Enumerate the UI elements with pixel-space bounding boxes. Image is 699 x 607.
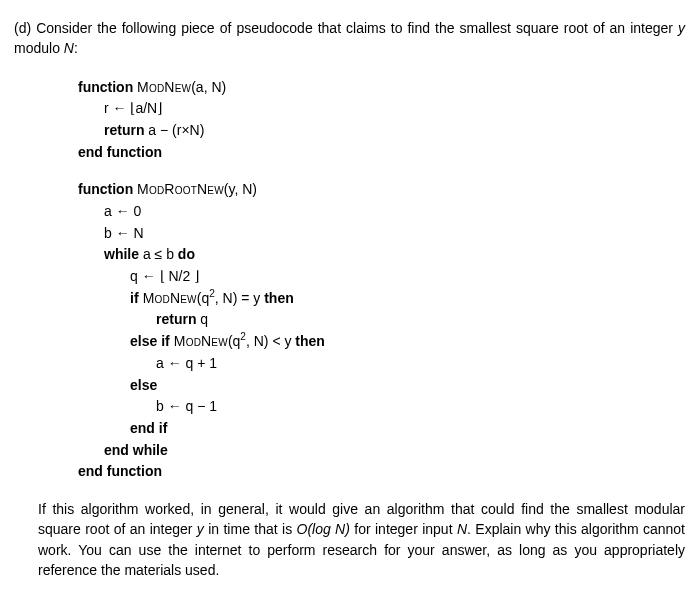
fn2-else: else: [78, 375, 685, 397]
fn2-if: if ModNew(q2, N) = y then: [78, 288, 685, 310]
var-N: N: [64, 40, 74, 56]
fn2-return-q: return q: [78, 309, 685, 331]
question-intro: (d) Consider the following piece of pseu…: [14, 18, 685, 59]
closing-N: N: [457, 521, 467, 537]
closing-p2: in time that is: [204, 521, 297, 537]
fn2-elseif: else if ModNew(q2, N) < y then: [78, 331, 685, 353]
closing-olog: O(log N): [297, 521, 350, 537]
fn2-endif: end if: [78, 418, 685, 440]
part-label: (d): [14, 20, 31, 36]
fn2-while: while a ≤ b do: [78, 244, 685, 266]
intro-text-pre: Consider the following piece of pseudoco…: [36, 20, 678, 36]
intro-text-end: :: [74, 40, 78, 56]
fn2-endwhile: end while: [78, 440, 685, 462]
closing-p3: for integer input: [350, 521, 457, 537]
fn2-line-q: q ← ⌊ N/2 ⌋: [78, 266, 685, 288]
closing-y: y: [197, 521, 204, 537]
fn2-line-aq1: a ← q + 1: [78, 353, 685, 375]
fn2-line-bq1: b ← q − 1: [78, 396, 685, 418]
fn2-endfunction: end function: [78, 461, 685, 483]
fn1-signature: function ModNew(a, N): [78, 77, 685, 99]
intro-text-mid: modulo: [14, 40, 64, 56]
fn2-signature: function ModRootNew(y, N): [78, 179, 685, 201]
fn1-line-assign-r: r ← ⌊a/N⌋: [78, 98, 685, 120]
function-modrootnew: function ModRootNew(y, N) a ← 0 b ← N wh…: [78, 179, 685, 483]
function-modnew: function ModNew(a, N) r ← ⌊a/N⌋ return a…: [78, 77, 685, 164]
fn2-line-bN: b ← N: [78, 223, 685, 245]
fn1-line-return: return a − (r×N): [78, 120, 685, 142]
closing-paragraph: If this algorithm worked, in general, it…: [38, 499, 685, 580]
fn1-end: end function: [78, 142, 685, 164]
fn2-line-a0: a ← 0: [78, 201, 685, 223]
var-y: y: [678, 20, 685, 36]
